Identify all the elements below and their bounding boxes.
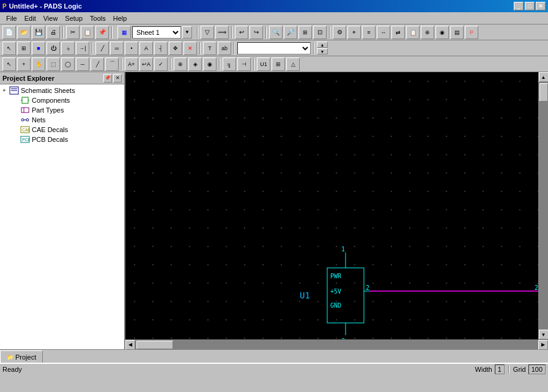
text-size-up[interactable]: ▲ (317, 42, 328, 48)
expand-icon: + (1, 87, 7, 94)
draw4-button[interactable]: ╱ (91, 57, 104, 71)
filter-button[interactable]: ▽ (201, 26, 214, 39)
find-button[interactable]: ⌖ (347, 26, 361, 39)
tree-item-nets[interactable]: Nets (1, 115, 123, 125)
text-size-controls: ▲ ▼ (317, 42, 328, 54)
tree-item-pcb-decals[interactable]: PCB PCB Decals (1, 135, 123, 144)
copy-button[interactable]: 📋 (81, 26, 94, 39)
sep13 (219, 58, 220, 70)
undo-button[interactable]: ↩ (235, 26, 248, 39)
extras-button[interactable]: ◉ (435, 26, 449, 39)
net-nav-button[interactable]: ⟹ (215, 26, 229, 39)
back-annotate-button[interactable]: ↩A (139, 57, 153, 71)
bom-button[interactable]: 📋 (406, 26, 420, 39)
title-bar-controls: _ □ ✕ (514, 2, 546, 10)
pcb-icon: PCB (20, 135, 30, 144)
tree-item-part-types[interactable]: Part Types (1, 105, 123, 115)
tree-item-cae-decals[interactable]: CAE CAE Decals (1, 125, 123, 135)
ecr-button[interactable]: ↔ (377, 26, 390, 39)
scroll-track-horizontal (135, 340, 538, 350)
menu-help[interactable]: Help (109, 13, 131, 23)
cut-button[interactable]: ✂ (66, 26, 80, 39)
close-button[interactable]: ✕ (536, 2, 546, 10)
zoom-fit-button[interactable]: ⊞ (298, 26, 312, 39)
compare-button[interactable]: ⇄ (391, 26, 405, 39)
zoom-out-button[interactable]: 🔎 (284, 26, 297, 39)
save-button[interactable]: 💾 (32, 26, 45, 39)
sheet-dropdown[interactable]: Sheet 1 (132, 26, 181, 39)
menu-tools[interactable]: Tools (86, 13, 109, 23)
sheet-dropdown-arrow[interactable]: ▼ (182, 26, 192, 39)
pads-button[interactable]: P (465, 26, 478, 39)
cross-probe-button[interactable]: ⊕ (174, 57, 187, 71)
menu-view[interactable]: View (40, 13, 62, 23)
menu-setup[interactable]: Setup (61, 13, 86, 23)
pointer-button[interactable]: ↖ (2, 57, 16, 71)
extra1-button[interactable]: ⊞ (272, 57, 285, 71)
part-button[interactable]: ■ (32, 42, 45, 55)
draw2-button[interactable]: ◯ (61, 57, 75, 71)
bus-entry-button[interactable]: ╗ (223, 57, 236, 71)
extra2-button[interactable]: △ (286, 57, 300, 71)
explorer-pin-button[interactable]: 📌 (103, 74, 112, 83)
scroll-down-button[interactable]: ▼ (539, 330, 549, 339)
zoom-in-button[interactable]: 🔍 (269, 26, 283, 39)
text-button[interactable]: T (203, 42, 217, 55)
ground-button[interactable]: ⏚ (61, 42, 75, 55)
delete-button[interactable]: ✕ (183, 42, 197, 55)
menu-edit[interactable]: Edit (21, 13, 40, 23)
sheet-selector: ▦ Sheet 1 ▼ (117, 26, 192, 39)
explorer-close-button[interactable]: ✕ (113, 74, 122, 83)
power-button[interactable]: ⏻ (46, 42, 60, 55)
tree-item-schematic-sheets[interactable]: + Schematic Sheets (1, 86, 123, 95)
properties-button[interactable]: ⚙ (333, 26, 346, 39)
pan-button[interactable]: ✋ (32, 57, 45, 71)
redo-button[interactable]: ↪ (250, 26, 263, 39)
draw1-button[interactable]: ⬚ (46, 57, 60, 71)
menu-file[interactable]: File (2, 13, 21, 23)
maximize-button[interactable]: □ (525, 2, 535, 10)
select-all-button[interactable]: ⊞ (17, 42, 31, 55)
minimize-button[interactable]: _ (514, 2, 524, 10)
pin-pair-button[interactable]: ⊣ (237, 57, 251, 71)
bus-button[interactable]: ═ (110, 42, 124, 55)
sep9 (234, 42, 235, 54)
offpage-button[interactable]: →| (76, 42, 89, 55)
highlight-button[interactable]: ◈ (188, 57, 202, 71)
ab-button[interactable]: ab (218, 42, 231, 55)
output-button[interactable]: ⊕ (421, 26, 434, 39)
print-button[interactable]: 🖨 (46, 26, 60, 39)
scroll-left-button[interactable]: ◀ (125, 340, 135, 350)
draw5-button[interactable]: ⌒ (105, 57, 119, 71)
zoom-select-button[interactable]: ⊡ (313, 26, 327, 39)
grid-value: 100 (528, 364, 546, 374)
scroll-right-button[interactable]: ▶ (538, 340, 548, 350)
dim-button[interactable]: ◉ (203, 57, 217, 71)
pin-button[interactable]: ┤ (154, 42, 168, 55)
wire-button[interactable]: ╱ (95, 42, 109, 55)
text-style-dropdown[interactable] (237, 42, 311, 54)
layout-button[interactable]: ▤ (450, 26, 464, 39)
canvas-area[interactable]: 1 PWR +5V GND 2 3 (125, 72, 538, 339)
tree-item-components[interactable]: Components (1, 95, 123, 105)
annotate-button[interactable]: A+ (125, 57, 138, 71)
scroll-up-button[interactable]: ▲ (539, 72, 549, 82)
ref-button[interactable]: U1 (257, 57, 270, 71)
scroll-thumb-horizontal[interactable] (136, 341, 173, 349)
netlist-button[interactable]: ≡ (362, 26, 376, 39)
paste-button[interactable]: 📌 (95, 26, 109, 39)
open-button[interactable]: 📂 (17, 26, 31, 39)
scroll-thumb-vertical[interactable] (539, 83, 548, 102)
move-button[interactable]: ✥ (169, 42, 182, 55)
label-button[interactable]: A (139, 42, 153, 55)
check-button[interactable]: ✓ (154, 57, 168, 71)
junction-button[interactable]: • (125, 42, 138, 55)
svg-text:2: 2 (366, 284, 369, 291)
draw3-button[interactable]: ─ (76, 57, 89, 71)
text-size-down[interactable]: ▼ (317, 48, 328, 54)
zoom-button[interactable]: + (17, 57, 31, 71)
new-button[interactable]: 📄 (2, 26, 16, 39)
select-button[interactable]: ↖ (2, 42, 16, 55)
tab-project[interactable]: 📁 Project (0, 350, 43, 363)
svg-rect-3 (22, 97, 28, 103)
